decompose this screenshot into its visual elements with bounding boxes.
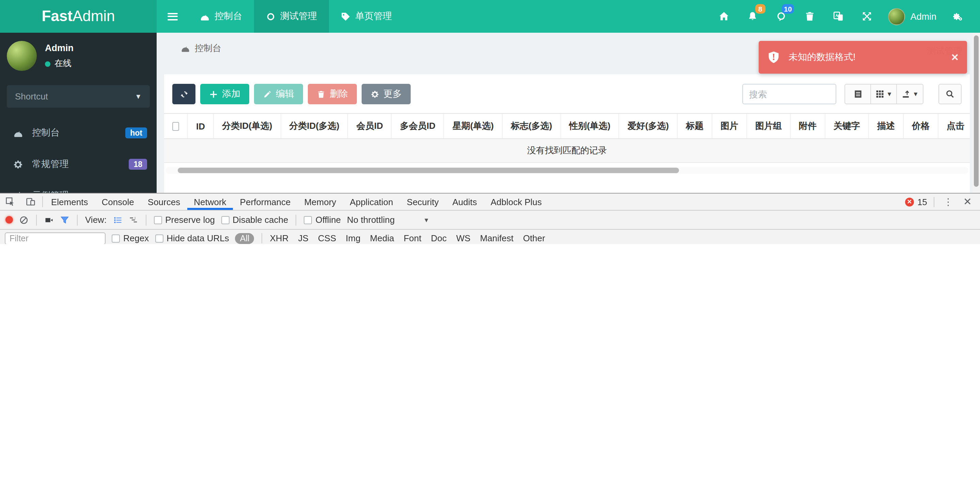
column-header[interactable]: ID <box>187 114 213 138</box>
view-button-group: ▼ ▼ <box>845 84 923 104</box>
column-header[interactable]: 星期(单选) <box>444 114 502 138</box>
filter-toggle-button[interactable] <box>60 215 70 225</box>
tab-dashboard[interactable]: 控制台 <box>188 0 254 33</box>
column-header[interactable]: 附件 <box>790 114 825 138</box>
column-header[interactable]: 标志(多选) <box>502 114 560 138</box>
sidebar-item-dashboard[interactable]: 控制台 hot <box>0 117 157 148</box>
request-type-filter[interactable]: WS <box>456 233 471 243</box>
filter-all-pill[interactable]: All <box>235 233 255 244</box>
trash-icon <box>804 11 815 22</box>
column-header[interactable]: 性别(单选) <box>560 114 618 138</box>
column-header[interactable]: 价格 <box>903 114 938 138</box>
edit-button[interactable]: 编辑 <box>254 84 303 104</box>
notifications-button[interactable]: 8 <box>738 0 767 33</box>
request-type-filter[interactable]: JS <box>298 233 308 243</box>
column-header[interactable]: 图片 <box>712 114 746 138</box>
settings-button[interactable] <box>943 0 972 33</box>
app-logo[interactable]: FastAdmin <box>0 0 157 33</box>
request-type-filter[interactable]: Other <box>523 233 545 243</box>
regex-checkbox[interactable]: Regex <box>112 233 149 243</box>
request-type-filter[interactable]: Media <box>370 233 394 243</box>
sidebar-toggle-button[interactable] <box>157 0 188 33</box>
column-header[interactable]: 图片组 <box>746 114 790 138</box>
user-menu[interactable]: Admin <box>881 8 943 25</box>
devtools-close-button[interactable]: ✕ <box>961 196 975 208</box>
devtools-tab[interactable]: Adblock Plus <box>484 194 549 210</box>
device-toolbar-button[interactable] <box>21 194 41 210</box>
record-button[interactable] <box>5 216 13 223</box>
inspect-element-button[interactable] <box>0 194 21 210</box>
fullscreen-button[interactable] <box>852 0 881 33</box>
list-view-button[interactable] <box>113 215 122 225</box>
language-button[interactable] <box>824 0 852 33</box>
devtools-tab[interactable]: Console <box>95 194 141 210</box>
request-type-filter[interactable]: Doc <box>431 233 446 243</box>
column-header[interactable]: 多会员ID <box>391 114 444 138</box>
search-icon <box>945 89 955 99</box>
devtools-tab[interactable]: Sources <box>141 194 187 210</box>
scrollbar-thumb[interactable] <box>974 35 978 187</box>
select-all-checkbox[interactable] <box>172 122 179 131</box>
checkbox-icon <box>221 216 229 224</box>
column-header[interactable]: 分类ID(单选) <box>213 114 280 138</box>
devtools-tab[interactable]: Memory <box>297 194 343 210</box>
columns-button[interactable]: ▼ <box>871 85 897 104</box>
toolbar-right: ▼ ▼ <box>742 84 962 104</box>
trash-icon <box>317 89 326 99</box>
toast-close-button[interactable]: ✕ <box>951 52 959 63</box>
request-type-filter[interactable]: Img <box>345 233 360 243</box>
devtools-tab[interactable]: Application <box>343 194 400 210</box>
column-header[interactable]: 关键字 <box>825 114 868 138</box>
column-header[interactable]: 爱好(多选) <box>619 114 677 138</box>
search-input[interactable] <box>742 84 836 104</box>
more-button[interactable]: 更多 <box>362 84 410 104</box>
sidebar-avatar[interactable] <box>7 41 37 71</box>
home-button[interactable] <box>709 0 738 33</box>
request-type-filter[interactable]: XHR <box>270 233 289 243</box>
shortcut-dropdown[interactable]: Shortcut ▼ <box>7 85 150 108</box>
column-header[interactable]: 点击 <box>938 114 970 138</box>
notifications-badge: 8 <box>755 4 765 14</box>
tab-test-management[interactable]: 测试管理 <box>254 0 329 33</box>
grid-icon <box>875 89 884 99</box>
devtools-tab[interactable]: Performance <box>233 194 298 210</box>
refresh-button[interactable] <box>172 84 196 104</box>
tab-page-management[interactable]: 单页管理 <box>329 0 404 33</box>
preserve-log-checkbox[interactable]: Preserve log <box>154 215 215 225</box>
hide-data-urls-checkbox[interactable]: Hide data URLs <box>155 233 229 243</box>
waterfall-view-button[interactable] <box>128 215 138 225</box>
clear-button[interactable] <box>19 215 29 225</box>
devtools-tab[interactable]: Security <box>400 194 446 210</box>
detail-view-button[interactable] <box>845 85 871 104</box>
column-header[interactable]: 标题 <box>677 114 712 138</box>
throttling-select[interactable]: No throttling ▼ <box>347 215 430 225</box>
disable-cache-checkbox[interactable]: Disable cache <box>221 215 288 225</box>
screen: FastAdmin 控制台 测试管理 单页管理 8 <box>0 0 980 244</box>
error-counter[interactable]: ✕ 15 <box>905 197 927 207</box>
column-header[interactable]: 会员ID <box>348 114 391 138</box>
request-type-filter[interactable]: Font <box>404 233 421 243</box>
column-header[interactable]: 分类ID(多选) <box>280 114 347 138</box>
export-button[interactable]: ▼ <box>897 85 923 104</box>
request-type-filter[interactable]: Manifest <box>480 233 514 243</box>
kebab-menu-icon[interactable]: ⋮ <box>942 196 955 207</box>
checkbox-icon <box>304 216 312 224</box>
refresh-icon <box>180 89 188 99</box>
clear-cache-button[interactable] <box>795 0 824 33</box>
request-type-filter[interactable]: CSS <box>318 233 336 243</box>
offline-checkbox[interactable]: Offline <box>304 215 341 225</box>
git-button[interactable]: 10 <box>767 0 795 33</box>
column-header[interactable]: 描述 <box>868 114 903 138</box>
data-table: ID分类ID(单选)分类ID(多选)会员ID多会员ID星期(单选)标志(多选)性… <box>164 113 970 174</box>
filter-input[interactable] <box>5 232 105 244</box>
devtools-tab[interactable]: Audits <box>446 194 484 210</box>
add-button[interactable]: 添加 <box>200 84 249 104</box>
sidebar-item-general[interactable]: 常规管理 18 <box>0 148 157 180</box>
devtools-tab[interactable]: Elements <box>44 194 95 210</box>
scrollbar-thumb[interactable] <box>178 167 679 173</box>
delete-button[interactable]: 删除 <box>308 84 357 104</box>
plus-icon <box>209 89 218 99</box>
devtools-tab[interactable]: Network <box>187 194 233 210</box>
search-button[interactable] <box>939 84 962 104</box>
screenshot-button[interactable] <box>44 215 54 225</box>
